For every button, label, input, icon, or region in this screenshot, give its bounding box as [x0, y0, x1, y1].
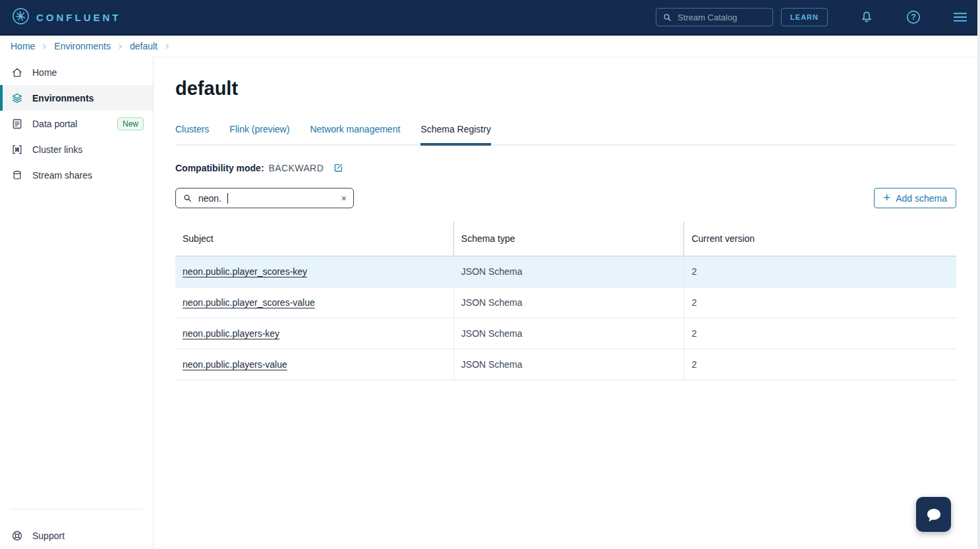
home-icon	[11, 66, 24, 79]
sidebar-item-label: Cluster links	[32, 144, 82, 155]
search-icon	[183, 193, 192, 203]
stream-catalog-placeholder: Stream Catalog	[677, 13, 737, 22]
column-header-schema-type: Schema type	[453, 221, 684, 256]
table-row: neon.public.players-key JSON Schema 2	[175, 318, 956, 349]
layers-icon	[11, 92, 24, 105]
confluent-logo[interactable]: CONFLUENT	[12, 7, 121, 28]
table-row: neon.public.player_scores-value JSON Sch…	[175, 287, 956, 318]
text-cursor	[227, 193, 228, 204]
top-navbar: CONFLUENT Stream Catalog LEARN ?	[0, 0, 980, 36]
main-content: default Clusters Flink (preview) Network…	[154, 57, 980, 549]
life-ring-icon	[11, 529, 24, 542]
add-schema-button[interactable]: + Add schema	[874, 188, 956, 208]
current-version-cell: 2	[683, 256, 956, 287]
stream-shares-icon	[11, 169, 24, 182]
schema-table: Subject Schema type Current version neon…	[175, 221, 956, 380]
sidebar-item-label: Support	[32, 531, 65, 541]
sidebar-item-support[interactable]: Support	[0, 523, 153, 549]
tab-schema-registry[interactable]: Schema Registry	[420, 124, 491, 146]
current-version-cell: 2	[683, 287, 956, 318]
cluster-links-icon	[11, 143, 24, 156]
schema-search-value: neon.	[198, 193, 221, 204]
confluent-spark-icon	[12, 7, 30, 28]
hamburger-menu-icon[interactable]	[952, 9, 968, 25]
schema-type-cell: JSON Schema	[453, 287, 684, 318]
chat-widget-button[interactable]	[916, 497, 951, 532]
compatibility-mode-value: BACKWARD	[269, 163, 324, 173]
table-controls: neon. × + Add schema	[175, 188, 956, 208]
edit-icon[interactable]	[333, 162, 344, 173]
column-header-subject: Subject	[175, 221, 453, 256]
tab-bar: Clusters Flink (preview) Network managem…	[175, 124, 956, 146]
sidebar-divider	[11, 509, 142, 509]
help-icon[interactable]: ?	[906, 9, 921, 25]
schema-search-input[interactable]: neon. ×	[175, 188, 354, 208]
sidebar-item-home[interactable]: Home	[0, 59, 153, 85]
table-row: neon.public.players-value JSON Schema 2	[175, 349, 956, 380]
breadcrumb-home[interactable]: Home	[11, 41, 35, 51]
sidebar-item-data-portal[interactable]: Data portal New	[0, 111, 153, 136]
document-icon	[11, 117, 24, 130]
notifications-bell-icon[interactable]	[859, 9, 875, 25]
chevron-right-icon	[117, 43, 124, 50]
brand-wordmark: CONFLUENT	[36, 12, 121, 23]
plus-icon: +	[883, 191, 890, 204]
schema-type-cell: JSON Schema	[453, 256, 684, 287]
subject-link[interactable]: neon.public.player_scores-key	[183, 266, 307, 277]
chevron-right-icon	[41, 43, 48, 50]
tab-network-management[interactable]: Network management	[310, 124, 400, 146]
sidebar-item-environments[interactable]: Environments	[0, 85, 153, 111]
add-schema-label: Add schema	[896, 193, 947, 204]
schema-type-cell: JSON Schema	[453, 349, 684, 380]
learn-button[interactable]: LEARN	[781, 8, 828, 26]
sidebar: Home Environments Data portal New	[0, 57, 154, 549]
sidebar-item-cluster-links[interactable]: Cluster links	[0, 136, 153, 162]
sidebar-item-label: Data portal	[32, 119, 77, 129]
subject-link[interactable]: neon.public.players-value	[183, 359, 287, 370]
compatibility-mode-label: Compatibility mode:	[175, 163, 264, 173]
scrollbar-track[interactable]	[977, 0, 980, 549]
sidebar-item-label: Home	[32, 67, 57, 78]
sidebar-item-label: Stream shares	[32, 170, 92, 181]
current-version-cell: 2	[683, 318, 956, 349]
chat-bubble-icon	[924, 505, 944, 525]
schema-type-cell: JSON Schema	[453, 318, 684, 349]
breadcrumb-default[interactable]: default	[130, 41, 158, 51]
search-icon	[662, 13, 672, 22]
chevron-right-icon	[163, 43, 171, 50]
svg-text:?: ?	[911, 13, 916, 22]
breadcrumb-environments[interactable]: Environments	[54, 41, 111, 51]
page-title: default	[175, 78, 956, 100]
stream-catalog-search[interactable]: Stream Catalog	[656, 8, 773, 26]
table-header-row: Subject Schema type Current version	[175, 221, 956, 256]
clear-search-icon[interactable]: ×	[341, 193, 347, 204]
tab-clusters[interactable]: Clusters	[175, 124, 209, 146]
subject-link[interactable]: neon.public.player_scores-value	[183, 297, 315, 308]
sidebar-item-stream-shares[interactable]: Stream shares	[0, 162, 153, 188]
table-row: neon.public.player_scores-key JSON Schem…	[175, 256, 956, 287]
compatibility-mode-row: Compatibility mode: BACKWARD	[175, 162, 956, 173]
current-version-cell: 2	[683, 349, 956, 380]
tab-flink-preview[interactable]: Flink (preview)	[229, 124, 289, 146]
subject-link[interactable]: neon.public.players-key	[183, 328, 279, 339]
breadcrumb: Home Environments default	[0, 36, 980, 57]
column-header-current-version: Current version	[683, 221, 956, 256]
sidebar-item-label: Environments	[32, 93, 94, 103]
new-badge: New	[117, 117, 144, 130]
